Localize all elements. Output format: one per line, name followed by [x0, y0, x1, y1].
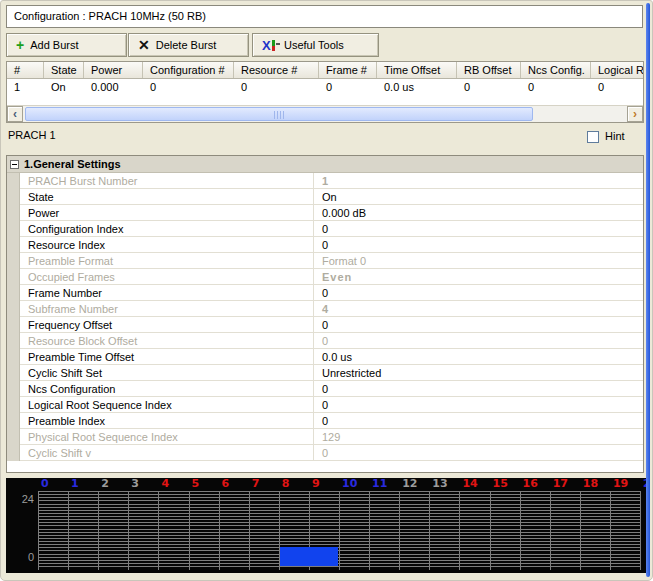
row-cell-6[interactable]: 0.0 us — [377, 79, 457, 96]
row-cell-4[interactable]: 0 — [234, 79, 319, 96]
row-cell-5[interactable]: 0 — [319, 79, 377, 96]
property-row: Cyclic Shift v0 — [7, 445, 643, 461]
property-value[interactable]: 0 — [314, 285, 643, 301]
burst-table-header: #StatePowerConfiguration #Resource #Fram… — [7, 62, 643, 79]
prach-section-label: PRACH 1 — [8, 129, 56, 141]
row-gutter — [7, 429, 20, 445]
row-cell-7[interactable]: 0 — [457, 79, 521, 96]
property-value[interactable]: 0 — [314, 397, 643, 413]
grid-vline — [219, 491, 220, 570]
subframe-label-13: 13 — [432, 478, 447, 490]
property-value[interactable]: 0.0 us — [314, 349, 643, 365]
grid-vline — [68, 491, 69, 570]
column-header-8[interactable]: Ncs Config. — [521, 62, 591, 78]
property-row: Cyclic Shift SetUnrestricted — [7, 365, 643, 381]
property-row: Configuration Index0 — [7, 221, 643, 237]
collapse-minus-icon[interactable] — [10, 160, 19, 169]
grid-vline — [128, 491, 129, 570]
property-name: Resource Index — [20, 237, 314, 253]
grid-vline — [580, 491, 581, 570]
subframe-timeline-chart: 24 0 01234567891011121314151617181920 — [6, 478, 646, 573]
property-value[interactable]: 0 — [314, 381, 643, 397]
property-value: 4 — [314, 301, 643, 317]
property-name: Ncs Configuration — [20, 381, 314, 397]
prach-burst-block — [280, 547, 338, 566]
grid-vline — [520, 491, 521, 570]
scrollbar-grip — [274, 111, 284, 119]
column-header-5[interactable]: Frame # — [319, 62, 377, 78]
subframe-label-5: 5 — [192, 478, 200, 490]
add-burst-button[interactable]: + Add Burst — [6, 33, 127, 57]
property-row: Occupied FramesEven — [7, 269, 643, 285]
property-name: Preamble Format — [20, 253, 314, 269]
burst-table-row[interactable]: 1On0.0000000.0 us000 — [7, 79, 643, 96]
property-value[interactable]: 0 — [314, 221, 643, 237]
useful-tools-button[interactable]: X Useful Tools — [252, 33, 379, 57]
configuration-title: Configuration : PRACH 10MHz (50 RB) — [6, 5, 643, 28]
row-gutter — [7, 285, 20, 301]
property-row: Preamble FormatFormat 0 — [7, 253, 643, 269]
column-header-6[interactable]: Time Offset — [377, 62, 457, 78]
property-name: PRACH Burst Number — [20, 173, 314, 189]
row-gutter — [7, 365, 20, 381]
column-header-9[interactable]: Logical Root — [591, 62, 644, 78]
property-name: Occupied Frames — [20, 269, 314, 285]
property-row: Preamble Time Offset0.0 us — [7, 349, 643, 365]
row-cell-0[interactable]: 1 — [7, 79, 44, 96]
burst-table-empty-row — [7, 96, 643, 105]
column-header-0[interactable]: # — [7, 62, 44, 78]
scroll-right-button[interactable]: › — [627, 106, 643, 122]
property-row: Resource Block Offset0 — [7, 333, 643, 349]
row-cell-9[interactable]: 0 — [591, 79, 644, 96]
category-label: 1.General Settings — [24, 158, 121, 170]
plus-icon: + — [16, 39, 24, 51]
hint-checkbox[interactable] — [587, 131, 599, 143]
subframe-label-12: 12 — [402, 478, 417, 490]
property-value[interactable]: On — [314, 189, 643, 205]
y-axis-max-label: 24 — [12, 493, 34, 505]
column-header-4[interactable]: Resource # — [234, 62, 319, 78]
subframe-label-9: 9 — [312, 478, 320, 490]
property-value: 0 — [314, 445, 643, 461]
delete-x-icon: ✕ — [138, 39, 150, 51]
scroll-left-button[interactable]: ‹ — [7, 106, 23, 122]
row-gutter — [7, 173, 20, 189]
property-name: Resource Block Offset — [20, 333, 314, 349]
grid-vline — [189, 491, 190, 570]
property-name: Frequency Offset — [20, 317, 314, 333]
property-value[interactable]: Unrestricted — [314, 365, 643, 381]
general-settings-category: 1.General Settings — [7, 156, 643, 173]
timeline-plot-area — [38, 491, 640, 566]
property-value: 0 — [314, 333, 643, 349]
subframe-label-18: 18 — [583, 478, 598, 490]
row-cell-1[interactable]: On — [44, 79, 84, 96]
column-header-3[interactable]: Configuration # — [143, 62, 234, 78]
window-right-border — [646, 3, 650, 577]
row-cell-2[interactable]: 0.000 — [84, 79, 143, 96]
subframe-label-16: 16 — [523, 478, 538, 490]
column-header-1[interactable]: State — [44, 62, 84, 78]
column-header-7[interactable]: RB Offset — [457, 62, 521, 78]
row-cell-3[interactable]: 0 — [143, 79, 234, 96]
delete-burst-button[interactable]: ✕ Delete Burst — [128, 33, 249, 57]
grid-vline — [610, 491, 611, 570]
scrollbar-thumb[interactable] — [25, 107, 533, 121]
subframe-label-14: 14 — [462, 478, 477, 490]
column-header-2[interactable]: Power — [84, 62, 143, 78]
subframe-label-15: 15 — [493, 478, 508, 490]
subframe-label-2: 2 — [101, 478, 109, 490]
property-value[interactable]: 0 — [314, 237, 643, 253]
row-gutter — [7, 381, 20, 397]
property-name: Preamble Index — [20, 413, 314, 429]
property-name: Physical Root Sequence Index — [20, 429, 314, 445]
property-value[interactable]: 0 — [314, 317, 643, 333]
add-burst-label: Add Burst — [30, 39, 78, 51]
property-value[interactable]: 0 — [314, 413, 643, 429]
row-cell-8[interactable]: 0 — [521, 79, 591, 96]
grid-vline — [339, 491, 340, 570]
burst-table-hscrollbar[interactable]: ‹ › — [7, 105, 643, 122]
row-gutter — [7, 253, 20, 269]
property-value[interactable]: 0.000 dB — [314, 205, 643, 221]
grid-vline — [249, 491, 250, 570]
property-row: Frequency Offset0 — [7, 317, 643, 333]
